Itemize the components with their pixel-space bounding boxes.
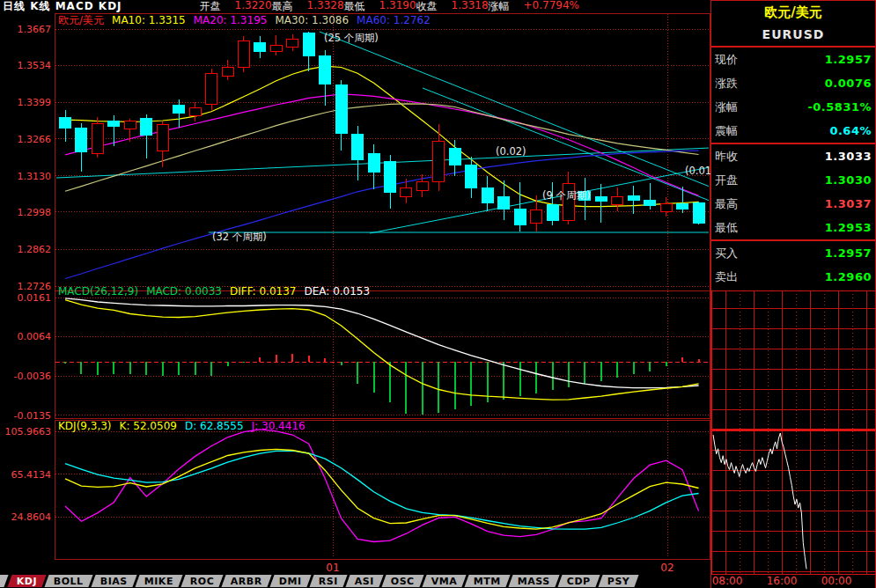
svg-text:1.3266: 1.3266 <box>18 134 52 145</box>
tab-cdp[interactable]: CDP <box>557 575 600 587</box>
indicator-value-label: DIFF: 0.0137 <box>230 285 297 298</box>
tab-kdj[interactable]: KDJ <box>7 575 46 587</box>
svg-text:00:00: 00:00 <box>821 575 852 587</box>
indicator-value-label: KDJ(9,3,3) <box>58 420 112 432</box>
svg-text:0.0064: 0.0064 <box>18 331 52 342</box>
svg-text:1.3534: 1.3534 <box>18 60 52 71</box>
tab-label: DMI <box>279 576 302 587</box>
indicator-value-label: MACD(26,12,9) <box>58 285 138 298</box>
quote-label: 震幅 <box>715 123 738 139</box>
svg-text:105.9663: 105.9663 <box>5 426 52 437</box>
tab-label: ROC <box>190 576 214 587</box>
indicator-value-label: MACD: 0.0033 <box>146 285 222 298</box>
indicator-value-label: MA20: 1.3195 <box>194 14 268 26</box>
quote-label: 买入 <box>715 246 738 261</box>
tab-label: OSC <box>391 576 415 587</box>
indicator-value-label: MA60: 1.2762 <box>357 14 431 26</box>
tab-asi[interactable]: ASI <box>345 575 383 587</box>
quote-label: 昨收 <box>715 149 738 165</box>
indicator-value-label: MA30: 1.3086 <box>275 14 349 26</box>
quote-rows: 现价1.2957涨跌0.0076涨幅-0.5831%震幅0.64%昨收1.303… <box>711 48 875 289</box>
svg-text:1.3399: 1.3399 <box>18 97 52 108</box>
tab-label: VMA <box>431 576 457 587</box>
tab-mtm[interactable]: MTM <box>465 575 511 587</box>
tab-mike[interactable]: MIKE <box>135 575 182 587</box>
svg-text:65.4134: 65.4134 <box>11 469 52 481</box>
quote-value: 1.2957 <box>825 246 872 260</box>
quote-symbol-cn: 欧元/美元 <box>711 4 875 21</box>
svg-text:(25 个周期): (25 个周期) <box>324 32 379 44</box>
quote-row-prev-close: 昨收1.3033 <box>715 144 872 168</box>
svg-text:1.3667: 1.3667 <box>18 24 52 35</box>
tab-roc[interactable]: ROC <box>180 575 224 587</box>
svg-text:1.2998: 1.2998 <box>18 207 52 218</box>
indicator-value-label: 欧元/美元 <box>58 14 104 26</box>
indicator-value-label: D: 62.8555 <box>185 420 244 432</box>
tab-label: MTM <box>474 576 501 587</box>
quote-label: 开盘 <box>715 173 738 188</box>
tab-vma[interactable]: VMA <box>422 575 467 587</box>
quote-row-bid: 买入1.2957 <box>715 241 872 265</box>
quote-value: 1.2953 <box>825 221 872 234</box>
quote-label: 涨跌 <box>715 76 738 92</box>
main-chart-header: 欧元/美元MA10: 1.3315MA20: 1.3195MA30: 1.308… <box>58 15 438 26</box>
quote-row-high: 最高1.3037 <box>715 192 872 216</box>
intraday-tick-chart[interactable]: 08:0016:0000:00 <box>711 290 876 588</box>
svg-text:-0.0135: -0.0135 <box>14 410 51 422</box>
intraday-svg: 08:0016:0000:00 <box>711 290 876 588</box>
indicator-tabbar: KDJBOLLBIASMIKEROCARBRDMIRSIASIOSCVMAMTM… <box>0 574 710 588</box>
svg-text:(9 个周期): (9 个周期) <box>542 189 590 202</box>
quote-row-low: 最低1.2953 <box>715 216 872 239</box>
svg-text:1.2726: 1.2726 <box>18 281 52 292</box>
indicator-value-label: DEA: 0.0153 <box>304 285 370 298</box>
svg-text:(32 个周期): (32 个周期) <box>212 231 267 243</box>
tab-label: ARBR <box>231 576 262 587</box>
quote-row-open: 开盘1.3030 <box>715 168 872 192</box>
quote-label: 涨幅 <box>715 99 738 115</box>
tab-label: ASI <box>355 576 374 587</box>
svg-text:-0.0036: -0.0036 <box>14 371 51 382</box>
svg-text:24.8604: 24.8604 <box>11 511 52 523</box>
tab-osc[interactable]: OSC <box>381 575 423 587</box>
svg-text:(0.02): (0.02) <box>496 145 526 158</box>
macd-header: MACD(26,12,9)MACD: 0.0033DIFF: 0.0137DEA… <box>58 286 378 298</box>
chart-workstation: 日线 K线 MACD KDJ 开盘1.3220最高1.3328最低1.3190收… <box>0 0 876 588</box>
tab-mass[interactable]: MASS <box>509 575 560 587</box>
tab-bias[interactable]: BIAS <box>91 575 136 587</box>
quote-row-change-pct: 涨幅-0.5831% <box>715 95 872 119</box>
svg-text:02: 02 <box>660 562 674 574</box>
tab-label: MASS <box>518 576 550 587</box>
quote-symbol-code: EURUSD <box>711 27 875 41</box>
quote-value: -0.5831% <box>807 100 872 114</box>
svg-text:(0.01): (0.01) <box>685 165 710 177</box>
svg-text:1.3130: 1.3130 <box>18 171 52 182</box>
tab-dmi[interactable]: DMI <box>270 575 312 587</box>
quote-label: 最高 <box>715 196 738 212</box>
indicator-value-label: MA10: 1.3315 <box>112 14 186 26</box>
quote-value: 1.3030 <box>825 173 872 187</box>
quote-row-change: 涨跌0.0076 <box>715 71 872 95</box>
quote-row-current-price: 现价1.2957 <box>715 48 872 71</box>
quote-value: 1.2957 <box>825 53 872 66</box>
indicator-value-label: K: 52.0509 <box>120 420 177 432</box>
quote-label: 现价 <box>715 52 738 68</box>
svg-text:0.0161: 0.0161 <box>18 292 52 304</box>
svg-text:01: 01 <box>326 562 339 574</box>
quote-value: 1.3037 <box>825 197 872 210</box>
quote-value: 0.64% <box>829 124 872 137</box>
quote-row-ask: 卖出1.2960 <box>715 265 872 289</box>
tab-psy[interactable]: PSY <box>598 575 639 587</box>
tab-label: RSI <box>319 576 338 587</box>
tab-label: PSY <box>607 576 629 587</box>
quote-label: 最低 <box>715 220 738 236</box>
quote-label: 卖出 <box>715 269 738 285</box>
tab-rsi[interactable]: RSI <box>309 575 347 587</box>
quote-value: 0.0076 <box>825 77 872 90</box>
quote-row-amplitude: 震幅0.64% <box>715 119 872 143</box>
tab-label: KDJ <box>17 576 37 587</box>
tab-label: BOLL <box>54 576 84 587</box>
tab-arbr[interactable]: ARBR <box>222 575 272 587</box>
tab-boll[interactable]: BOLL <box>45 575 93 587</box>
svg-text:1.2862: 1.2862 <box>18 244 52 255</box>
quote-value: 1.2960 <box>825 270 872 283</box>
